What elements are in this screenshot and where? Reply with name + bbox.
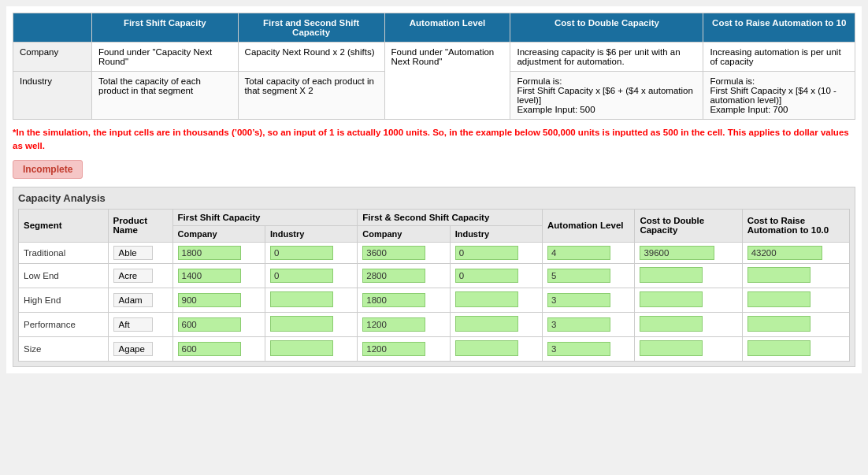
ref-header-first-shift: First Shift Capacity — [92, 13, 239, 43]
first-company-3[interactable]: 600 — [172, 312, 265, 336]
automation-4[interactable]: 3 — [543, 336, 635, 361]
capacity-analysis-title: Capacity Analysis — [18, 192, 850, 204]
ref-header-cost-raise: Cost to Raise Automation to 10 — [703, 13, 855, 43]
product-name-2: Adam — [113, 293, 153, 307]
first-industry-4[interactable] — [265, 336, 357, 361]
cap-sub-industry-1: Industry — [265, 225, 357, 242]
ref-row-company-cost-double: Increasing capacity is $6 per unit with … — [510, 43, 703, 72]
second-industry-0[interactable]: 0 — [450, 242, 542, 263]
reference-table: First Shift Capacity First and Second Sh… — [13, 13, 855, 120]
second-company-2[interactable]: 1800 — [358, 288, 450, 312]
first-company-0[interactable]: 1800 — [172, 242, 265, 263]
cost-raise-3[interactable] — [742, 312, 849, 336]
ref-row-company-second: Capacity Next Round x 2 (shifts) — [238, 43, 384, 72]
cost-raise-4[interactable] — [742, 336, 849, 361]
segment-cell-3: Performance — [19, 312, 109, 336]
cost-raise-0[interactable]: 43200 — [742, 242, 849, 263]
product-cell-2: Adam — [108, 288, 172, 312]
ref-row-industry-second: Total capacity of each product in that s… — [238, 72, 384, 120]
first-industry-1[interactable]: 0 — [265, 263, 357, 288]
automation-3[interactable]: 3 — [543, 312, 635, 336]
product-name-4: Agape — [113, 342, 153, 356]
second-industry-4[interactable] — [450, 336, 542, 361]
simulation-note: *In the simulation, the input cells are … — [13, 126, 855, 154]
cap-header-segment: Segment — [19, 209, 109, 242]
ref-header-first-second: First and Second Shift Capacity — [238, 13, 384, 43]
capacity-table: Segment Product Name First Shift Capacit… — [18, 209, 850, 362]
cost-raise-2[interactable] — [742, 288, 849, 312]
segment-cell-4: Size — [19, 336, 109, 361]
segment-cell-1: Low End — [19, 263, 109, 288]
ref-header-empty — [13, 13, 92, 43]
first-company-4[interactable]: 600 — [172, 336, 265, 361]
product-name-1: Acre — [113, 269, 153, 283]
ref-row-industry-cost-raise: Formula is: First Shift Capacity x [$4 x… — [703, 72, 855, 120]
note-text-bold: *In the simulation, the input cells are … — [13, 128, 849, 150]
cap-sub-company-2: Company — [358, 225, 450, 242]
cap-header-automation: Automation Level — [543, 209, 635, 242]
first-industry-3[interactable] — [265, 312, 357, 336]
cap-header-first-shift: First Shift Capacity — [172, 209, 358, 225]
cap-sub-industry-2: Industry — [450, 225, 542, 242]
ref-row-industry-label: Industry — [13, 72, 92, 120]
second-company-3[interactable]: 1200 — [358, 312, 450, 336]
second-industry-3[interactable] — [450, 312, 542, 336]
second-company-0[interactable]: 3600 — [358, 242, 450, 263]
product-name-3: Aft — [113, 317, 153, 332]
second-industry-2[interactable] — [450, 288, 542, 312]
cost-raise-1[interactable] — [742, 263, 849, 288]
first-industry-2[interactable] — [265, 288, 357, 312]
ref-row-automation-shared: Found under "Automation Next Round" — [384, 43, 510, 120]
segment-cell-0: Traditional — [19, 242, 109, 263]
ref-row-company-label: Company — [13, 43, 92, 72]
automation-2[interactable]: 3 — [543, 288, 635, 312]
capacity-analysis-section: Capacity Analysis Segment Product Name F… — [13, 187, 855, 367]
first-company-1[interactable]: 1400 — [172, 263, 265, 288]
segment-cell-2: High End — [19, 288, 109, 312]
second-company-1[interactable]: 2800 — [358, 263, 450, 288]
ref-row-industry-first: Total the capacity of each product in th… — [92, 72, 239, 120]
ref-header-cost-double: Cost to Double Capacity — [510, 13, 703, 43]
cost-double-1[interactable] — [635, 263, 742, 288]
cap-header-product: Product Name — [108, 209, 172, 242]
ref-row-industry-cost-double: Formula is: First Shift Capacity x [$6 +… — [510, 72, 703, 120]
cap-sub-company-1: Company — [172, 225, 265, 242]
cap-header-cost-raise: Cost to Raise Automation to 10.0 — [742, 209, 849, 242]
second-industry-1[interactable]: 0 — [450, 263, 542, 288]
first-industry-0[interactable]: 0 — [265, 242, 357, 263]
ref-header-automation: Automation Level — [384, 13, 510, 43]
ref-row-company-first: Found under "Capacity Next Round" — [92, 43, 239, 72]
cap-header-first-second: First & Second Shift Capacity — [358, 209, 543, 225]
product-cell-1: Acre — [108, 263, 172, 288]
automation-0[interactable]: 4 — [543, 242, 635, 263]
cost-double-2[interactable] — [635, 288, 742, 312]
cost-double-3[interactable] — [635, 312, 742, 336]
cap-header-cost-double: Cost to Double Capacity — [635, 209, 742, 242]
product-name-0: Able — [113, 246, 153, 260]
cost-double-0[interactable]: 39600 — [635, 242, 742, 263]
product-cell-4: Agape — [108, 336, 172, 361]
cost-double-4[interactable] — [635, 336, 742, 361]
ref-row-company-cost-raise: Increasing automation is per unit of cap… — [703, 43, 855, 72]
automation-1[interactable]: 5 — [543, 263, 635, 288]
main-container: First Shift Capacity First and Second Sh… — [6, 6, 862, 373]
product-cell-0: Able — [108, 242, 172, 263]
second-company-4[interactable]: 1200 — [358, 336, 450, 361]
product-cell-3: Aft — [108, 312, 172, 336]
first-company-2[interactable]: 900 — [172, 288, 265, 312]
incomplete-badge: Incomplete — [13, 160, 83, 179]
